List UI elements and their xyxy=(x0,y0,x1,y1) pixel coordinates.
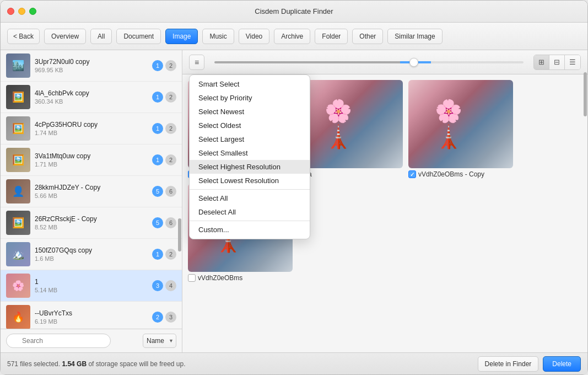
item-counts: 1 2 xyxy=(152,123,176,134)
titlebar: Cisdem Duplicate Finder xyxy=(1,1,587,23)
thumbnail: 🏔️ xyxy=(6,242,30,266)
search-input[interactable] xyxy=(6,334,111,348)
menu-item-select-smallest[interactable]: Select Smallest xyxy=(190,146,310,160)
tab-document[interactable]: Document xyxy=(116,29,161,44)
tab-overview[interactable]: Overview xyxy=(44,29,86,44)
item-size: 969.95 KB xyxy=(35,67,152,73)
tab-folder[interactable]: Folder xyxy=(315,29,348,44)
delete-button[interactable]: Delete xyxy=(543,356,581,372)
right-scrollbar[interactable] xyxy=(583,50,587,352)
action-buttons: Delete in Finder Delete xyxy=(478,356,581,372)
list-item[interactable]: 🖼️ 4lA_6chbPvk copy 360.34 KB 1 2 xyxy=(1,82,182,113)
back-button[interactable]: < Back xyxy=(7,29,40,44)
maximize-button[interactable] xyxy=(29,8,36,15)
count-badge-1: 5 xyxy=(152,217,163,228)
delete-in-finder-button[interactable]: Delete in Finder xyxy=(478,356,539,372)
image-card: a xyxy=(298,80,403,178)
item-size: 360.34 KB xyxy=(35,98,152,105)
item-name: 3Va1tMtq0uw copy xyxy=(35,152,152,160)
menu-item-smart-select[interactable]: Smart Select xyxy=(190,77,310,91)
main-window: Cisdem Duplicate Finder < Back Overview … xyxy=(0,0,588,375)
count-badge-1: 5 xyxy=(152,186,163,197)
tab-video[interactable]: Video xyxy=(239,29,269,44)
panel-toolbar: ≡ ⊞ ⊟ ☰ xyxy=(182,50,587,74)
menu-separator-2 xyxy=(190,221,310,221)
list-item[interactable]: 🌸 1 5.14 MB 3 4 xyxy=(1,270,182,302)
zoom-slider[interactable] xyxy=(214,61,524,63)
image-checkbox[interactable] xyxy=(408,170,416,178)
status-bar: 571 files selected. 1.54 GB of storage s… xyxy=(1,352,587,374)
search-wrapper: 🔍 xyxy=(6,334,139,348)
thumbnail: 🖼️ xyxy=(6,211,30,235)
menu-item-select-by-priority[interactable]: Select by Priority xyxy=(190,91,310,105)
select-menu-button[interactable]: ≡ xyxy=(189,55,204,70)
item-name: 150fZ07GQqs copy xyxy=(35,247,152,254)
item-info: 3Upr72N0ul0 copy 969.95 KB xyxy=(35,58,152,73)
tab-archive[interactable]: Archive xyxy=(274,29,310,44)
list-view-button[interactable]: ☰ xyxy=(565,55,580,69)
menu-item-select-oldest[interactable]: Select Oldest xyxy=(190,119,310,132)
minimize-button[interactable] xyxy=(18,8,25,15)
item-counts: 2 3 xyxy=(152,312,176,323)
tab-image[interactable]: Image xyxy=(165,29,198,44)
menu-item-select-lowest-res[interactable]: Select Lowest Resolution xyxy=(190,174,310,188)
list-item[interactable]: 🖼️ 3Va1tMtq0uw copy 1.71 MB 1 2 xyxy=(1,144,182,176)
toolbar: < Back Overview All Document Image Music… xyxy=(1,23,587,50)
list-item[interactable]: 👤 28kkmHJDZeY - Copy 5.66 MB 5 6 xyxy=(1,176,182,207)
tab-music[interactable]: Music xyxy=(202,29,234,44)
item-name: 4lA_6chbPvk copy xyxy=(35,89,152,97)
count-badge-1: 1 xyxy=(152,92,163,103)
sidebar-scrollbar-thumb[interactable] xyxy=(178,218,181,251)
item-info: 4cPpG35HORU copy 1.74 MB xyxy=(35,121,152,136)
close-button[interactable] xyxy=(7,8,14,15)
count-badge-2: 6 xyxy=(165,217,176,228)
thumbnail: 🖼️ xyxy=(6,85,30,109)
item-size: 8.52 MB xyxy=(35,224,152,231)
menu-item-select-all[interactable]: Select All xyxy=(190,191,310,205)
count-badge-1: 2 xyxy=(152,312,163,323)
right-scrollbar-thumb[interactable] xyxy=(584,72,587,116)
column-view-button[interactable]: ⊟ xyxy=(549,55,565,69)
grid-icon: ⊞ xyxy=(538,58,544,66)
image-label: vVdhZ0eOBms - Copy xyxy=(408,170,513,178)
count-badge-1: 1 xyxy=(152,249,163,260)
sort-select[interactable]: Name Size Date xyxy=(143,334,176,348)
item-size: 1.71 MB xyxy=(35,161,152,168)
menu-item-select-largest[interactable]: Select Largest xyxy=(190,132,310,146)
item-name: 3Upr72N0ul0 copy xyxy=(35,58,152,66)
item-counts: 3 4 xyxy=(152,280,176,291)
item-info: 3Va1tMtq0uw copy 1.71 MB xyxy=(35,152,152,168)
count-badge-2: 2 xyxy=(165,60,176,71)
item-counts: 1 2 xyxy=(152,249,176,260)
tab-all[interactable]: All xyxy=(90,29,112,44)
tab-similar-image[interactable]: Similar Image xyxy=(387,29,442,44)
image-filename: vVdhZ0eOBms xyxy=(198,274,242,282)
image-checkbox[interactable] xyxy=(188,274,196,282)
list-item[interactable]: 🏙️ 3Upr72N0ul0 copy 969.95 KB 1 2 xyxy=(1,50,182,82)
list-item[interactable]: 🏔️ 150fZ07GQqs copy 1.6 MB 1 2 xyxy=(1,239,182,270)
item-size: 1.74 MB xyxy=(35,130,152,136)
columns-icon: ⊟ xyxy=(554,58,560,66)
sort-wrapper: Name Size Date ▼ xyxy=(143,334,176,348)
thumbnail: 🌸 xyxy=(6,274,30,298)
window-title: Cisdem Duplicate Finder xyxy=(255,7,333,15)
grid-view-button[interactable]: ⊞ xyxy=(534,55,549,69)
tab-other[interactable]: Other xyxy=(352,29,383,44)
list-item[interactable]: 🔥 --UBvrYcTxs 6.19 MB 2 3 xyxy=(1,302,182,329)
hamburger-icon: ≡ xyxy=(195,58,199,67)
thumbnail: 🖼️ xyxy=(6,148,30,172)
menu-item-select-highest-res[interactable]: Select Highest Resolution xyxy=(190,160,310,174)
count-badge-2: 4 xyxy=(165,280,176,291)
select-dropdown-menu: Smart Select Select by Priority Select N… xyxy=(189,74,310,239)
count-badge-1: 1 xyxy=(152,154,163,165)
menu-item-custom[interactable]: Custom... xyxy=(190,223,310,237)
item-counts: 1 2 xyxy=(152,60,176,71)
item-name: 28kkmHJDZeY - Copy xyxy=(35,184,152,191)
menu-item-deselect-all[interactable]: Deselect All xyxy=(190,205,310,219)
sidebar-scrollbar[interactable] xyxy=(177,50,182,330)
list-item[interactable]: 🖼️ 4cPpG35HORU copy 1.74 MB 1 2 xyxy=(1,113,182,144)
item-size: 6.19 MB xyxy=(35,318,152,325)
list-item[interactable]: 🖼️ 26RzCRsckjE - Copy 8.52 MB 5 6 xyxy=(1,207,182,239)
menu-item-select-newest[interactable]: Select Newest xyxy=(190,105,310,119)
thumbnail: 👤 xyxy=(6,179,30,203)
